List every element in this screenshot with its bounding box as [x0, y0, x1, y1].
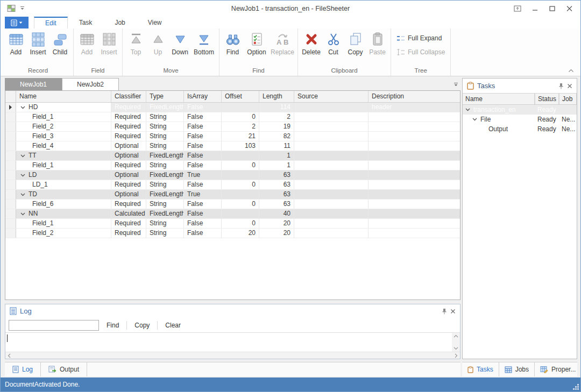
tab-tasks[interactable]: Tasks: [462, 362, 499, 376]
close-button[interactable]: [562, 3, 576, 15]
resize-grip[interactable]: [573, 384, 579, 390]
log-output-area[interactable]: [5, 332, 460, 352]
find-button[interactable]: Find: [222, 30, 244, 56]
log-horizontal-scrollbar[interactable]: [5, 352, 460, 359]
tab-label: Jobs: [515, 366, 529, 373]
collapse-ribbon-icon[interactable]: [568, 69, 574, 73]
ribbon-tab-job[interactable]: Job: [103, 17, 136, 28]
cell: 0: [222, 219, 259, 228]
delete-button[interactable]: Delete: [300, 30, 322, 56]
table-row[interactable]: Field_2 Required String False 20 20: [5, 229, 460, 238]
table-row[interactable]: Field_3 Required String False 21 82: [5, 132, 460, 141]
log-vertical-scrollbar[interactable]: [452, 333, 460, 352]
pin-icon[interactable]: [442, 308, 447, 315]
cell: FixedLength: [146, 190, 184, 199]
cell: [369, 190, 460, 199]
chevron-down-icon[interactable]: [20, 106, 25, 109]
doc-tab-newjob2[interactable]: NewJob2: [62, 78, 119, 90]
table-row[interactable]: TD Optional FixedLength True 63: [5, 190, 460, 199]
table-row[interactable]: LD_1 Required String False 0 63: [5, 180, 460, 190]
chevron-down-icon[interactable]: [20, 154, 25, 158]
table-row[interactable]: Field_4 Optional String False 103 11: [5, 141, 460, 151]
chevron-down-icon[interactable]: [472, 118, 477, 121]
tab-properties[interactable]: Proper...: [535, 362, 581, 376]
paste-button[interactable]: Paste: [366, 30, 388, 56]
replace-button[interactable]: AB Replace: [270, 30, 295, 56]
move-up-button[interactable]: Up: [147, 30, 169, 56]
table-row[interactable]: Field_6 Required String False 0 63: [5, 199, 460, 209]
add-field-button[interactable]: Add: [76, 30, 98, 56]
table-row[interactable]: Field_1 Required String False 0 2: [5, 112, 460, 122]
column-header-name[interactable]: Name: [16, 91, 111, 102]
table-row[interactable]: NN Calculated FixedLength False 40: [5, 209, 460, 219]
cut-button[interactable]: Cut: [322, 30, 344, 56]
tab-output[interactable]: Output: [41, 362, 87, 376]
grid-header-row: Name Classifier Type IsArray Offset Leng…: [5, 91, 460, 103]
cell: Field_1: [16, 161, 111, 170]
ribbon-tab-edit[interactable]: Edit: [34, 17, 68, 28]
cell: TD: [16, 190, 111, 199]
table-row[interactable]: Field_1 Required String False 0 1: [5, 161, 460, 170]
doc-tab-newjob1[interactable]: NewJob1: [5, 78, 62, 90]
column-header-offset[interactable]: Offset: [222, 91, 259, 102]
chevron-down-icon[interactable]: [20, 212, 25, 216]
full-expand-button[interactable]: Full Expand: [396, 34, 445, 42]
tab-label: Output: [60, 366, 79, 373]
table-row[interactable]: Field_1 Required String False 0 20: [5, 219, 460, 229]
column-header-source[interactable]: Source: [294, 91, 369, 102]
scissors-icon: [325, 31, 342, 47]
table-row[interactable]: TT Optional FixedLength False 1: [5, 151, 460, 161]
column-header-type[interactable]: Type: [146, 91, 184, 102]
insert-record-button[interactable]: Insert: [27, 30, 49, 56]
column-header-status[interactable]: Status: [535, 94, 559, 104]
ribbon-tab-view[interactable]: View: [137, 17, 173, 28]
maximize-button[interactable]: [545, 3, 559, 15]
chevron-down-icon[interactable]: [20, 193, 25, 196]
insert-field-button[interactable]: Insert: [98, 30, 120, 56]
copy-button[interactable]: Copy: [344, 30, 366, 56]
log-find-button[interactable]: Find: [103, 322, 122, 329]
table-row[interactable]: HD Required FixedLength False 114 header: [5, 103, 460, 112]
option-button[interactable]: Option: [244, 30, 270, 56]
tab-jobs[interactable]: Jobs: [499, 362, 535, 376]
tasks-row[interactable]: transaction_en Ready: [463, 105, 577, 115]
close-icon[interactable]: [450, 309, 456, 314]
chevron-down-icon[interactable]: [465, 108, 470, 111]
ribbon-tab-task[interactable]: Task: [68, 17, 104, 28]
column-header-classifier[interactable]: Classifier: [111, 91, 146, 102]
table-row[interactable]: LD Optional FixedLength True 63: [5, 170, 460, 180]
column-header-name[interactable]: Name: [463, 94, 535, 104]
tab-log[interactable]: Log: [5, 362, 41, 376]
close-icon[interactable]: [567, 83, 572, 89]
log-clear-button[interactable]: Clear: [162, 322, 184, 329]
minimize-button[interactable]: [528, 3, 542, 15]
app-menu-button[interactable]: [5, 17, 29, 28]
column-header-description[interactable]: Description: [369, 91, 460, 102]
column-header-isarray[interactable]: IsArray: [184, 91, 222, 102]
tasks-row[interactable]: Output Ready Ne...: [463, 124, 577, 134]
cell: 0: [222, 199, 259, 209]
cell: 21: [222, 132, 259, 141]
move-bottom-button[interactable]: Bottom: [191, 30, 217, 56]
style-selector-button[interactable]: [511, 3, 525, 15]
child-record-icon: [52, 31, 68, 47]
add-record-button[interactable]: Add: [5, 30, 27, 56]
table-row[interactable]: Field_2 Required String False 2 19: [5, 122, 460, 132]
child-record-button[interactable]: Child: [49, 30, 71, 56]
log-search-input[interactable]: [9, 320, 99, 331]
tasks-row[interactable]: File Ready Ne...: [463, 115, 577, 124]
cell: 63: [259, 180, 294, 189]
tab-list-dropdown-icon[interactable]: [454, 82, 458, 87]
chevron-down-icon[interactable]: [20, 174, 25, 177]
full-collapse-button[interactable]: Full Collapse: [396, 48, 445, 56]
column-header-job[interactable]: Job: [559, 94, 577, 104]
cell: Ready: [535, 124, 559, 134]
move-top-button[interactable]: Top: [125, 30, 147, 56]
column-header-length[interactable]: Length: [259, 91, 294, 102]
log-copy-button[interactable]: Copy: [131, 322, 153, 329]
cell: Optional: [111, 151, 146, 160]
pin-icon[interactable]: [558, 83, 564, 89]
cell: String: [146, 199, 184, 209]
cell: Field_6: [16, 199, 111, 209]
move-down-button[interactable]: Down: [169, 30, 191, 56]
